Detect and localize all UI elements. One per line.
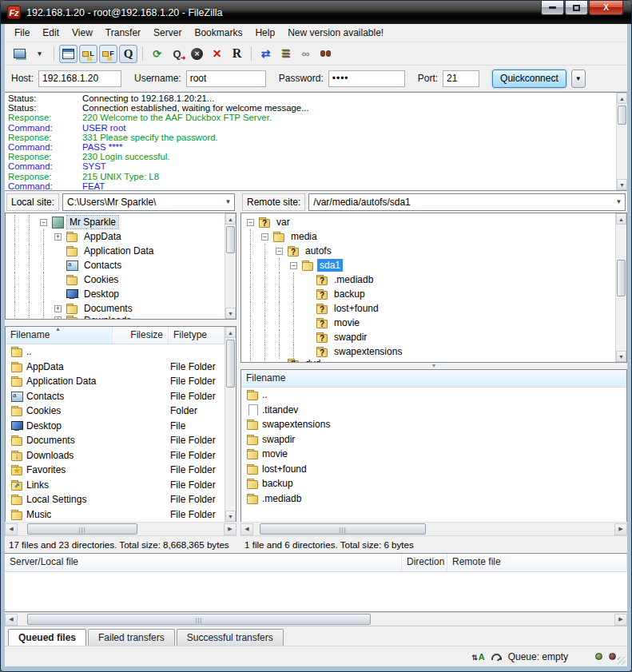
scroll-up-icon[interactable]: ▲ (617, 93, 627, 104)
remote-tree-item-swapextensions[interactable]: ?swapextensions (243, 344, 626, 359)
maximize-button[interactable] (565, 1, 588, 15)
filter-button[interactable]: ☰ (276, 45, 295, 63)
tab-successful-transfers[interactable]: Successful transfers (177, 629, 284, 646)
scroll-down-icon[interactable]: ▼ (225, 308, 236, 319)
local-file-row[interactable]: AppDataFile Folder (6, 360, 236, 375)
chevron-down-icon[interactable]: ▼ (613, 194, 625, 210)
local-site-combobox[interactable]: C:\Users\Mr Sparkle\ ▼ (62, 193, 235, 211)
scroll-left-icon[interactable]: ◀ (5, 614, 18, 626)
scroll-right-icon[interactable]: ▶ (614, 523, 627, 535)
local-hscrollbar[interactable]: ◀ ||| ▶ (5, 522, 237, 535)
menu-item-server[interactable]: Server (147, 26, 188, 40)
scrollbar-thumb[interactable] (618, 105, 626, 125)
local-tree-scrollbar[interactable]: ▲ ▼ (225, 213, 236, 319)
local-file-row[interactable]: CookiesFolder (6, 404, 236, 419)
tree-expander-minus-icon[interactable]: − (247, 219, 254, 226)
local-file-row[interactable]: Local SettingsFile Folder (6, 492, 236, 507)
speed-limit-icon[interactable] (491, 654, 502, 660)
menu-item-bookmarks[interactable]: Bookmarks (188, 26, 248, 40)
remote-file-row[interactable]: .. (241, 388, 626, 403)
menu-item-edit[interactable]: Edit (36, 26, 66, 40)
password-input[interactable] (328, 70, 405, 87)
scroll-up-icon[interactable]: ▲ (225, 213, 236, 225)
site-manager-dropdown-button[interactable]: ▾ (30, 45, 49, 63)
column-header-remote-file[interactable]: Remote file (447, 554, 627, 571)
menu-item-help[interactable]: Help (248, 26, 281, 40)
remote-file-row[interactable]: movie (241, 447, 626, 462)
scrollbar-thumb[interactable] (617, 260, 626, 296)
scroll-up-icon[interactable]: ▲ (225, 327, 236, 338)
local-file-row[interactable]: DesktopFile (6, 419, 236, 434)
queue-hscrollbar[interactable]: ◀ ||| ▶ (5, 612, 627, 626)
local-list-scrollbar[interactable]: ▲ ▼ (225, 327, 236, 522)
remote-tree-item-backup[interactable]: ?backup (243, 287, 626, 301)
username-input[interactable] (186, 70, 266, 87)
remote-tree-item-mediadb[interactable]: ?.mediadb (243, 272, 626, 287)
scroll-down-icon[interactable]: ▼ (616, 351, 626, 362)
chevron-down-icon[interactable]: ▼ (222, 194, 234, 210)
tree-expander-plus-icon[interactable]: + (54, 233, 62, 241)
remote-tree-scrollbar[interactable]: ▲ ▼ (615, 213, 626, 362)
quickconnect-button[interactable]: Quickconnect (492, 70, 566, 88)
local-file-row[interactable]: .. (6, 344, 236, 360)
column-header-filesize[interactable]: Filesize (113, 327, 169, 344)
scroll-down-icon[interactable]: ▼ (225, 511, 236, 522)
tree-expander-minus-icon[interactable]: − (40, 219, 47, 226)
scrollbar-thumb[interactable]: ||| (260, 523, 426, 535)
resize-grip[interactable] (618, 657, 626, 665)
scroll-left-icon[interactable]: ◀ (5, 523, 18, 535)
scroll-down-icon[interactable]: ▼ (617, 179, 627, 190)
port-input[interactable] (443, 70, 479, 87)
scrollbar-thumb[interactable]: ||| (27, 523, 137, 535)
remote-tree-item-media[interactable]: −media (243, 229, 626, 244)
cancel-button[interactable]: ✕ (188, 45, 206, 63)
remote-tree-item-movie[interactable]: ?movie (243, 316, 626, 330)
transfer-type-icon[interactable]: A (471, 652, 485, 662)
column-header-server-local-file[interactable]: Server/Local file (5, 554, 402, 571)
local-file-row[interactable]: DocumentsFile Folder (6, 433, 236, 448)
local-file-row[interactable]: ⇗LinksFile Folder (6, 478, 236, 493)
refresh-button[interactable]: ⟳ (148, 45, 166, 63)
local-file-row[interactable]: Application DataFile Folder (6, 374, 236, 389)
title-bar[interactable]: Fz 192.168.1.20 - root@192.168.1.20 - Fi… (1, 1, 631, 24)
local-tree-item-application-data[interactable]: Application Data (7, 244, 236, 258)
tab-queued-files[interactable]: Queued files (8, 629, 86, 646)
directory-comparison-button[interactable]: ⇄ (256, 45, 275, 63)
tree-expander-plus-icon[interactable]: + (54, 305, 62, 312)
local-tree-item-appdata[interactable]: +AppData (7, 229, 236, 244)
scroll-left-icon[interactable]: ◀ (240, 523, 253, 535)
local-file-row[interactable]: ★FavoritesFile Folder (6, 463, 236, 478)
column-header-filename[interactable]: Filename (241, 370, 626, 387)
local-file-row[interactable]: ↓DownloadsFile Folder (6, 448, 236, 463)
tree-expander-minus-icon[interactable]: − (290, 262, 297, 269)
site-manager-button[interactable] (10, 45, 29, 63)
menu-item-file[interactable]: File (8, 26, 36, 40)
synchronized-browsing-button[interactable]: ∞ (296, 45, 315, 63)
scroll-right-icon[interactable]: ▶ (614, 614, 627, 626)
local-tree-item-mr-sparkle[interactable]: −Mr Sparkle (7, 215, 236, 229)
process-queue-button[interactable]: Q (168, 45, 186, 63)
remote-file-row[interactable]: lost+found (241, 462, 626, 477)
column-header-filetype[interactable]: Filetype (169, 327, 225, 344)
search-button[interactable] (316, 45, 335, 63)
tab-failed-transfers[interactable]: Failed transfers (88, 629, 175, 646)
reconnect-button[interactable]: R (228, 45, 246, 63)
local-file-row[interactable]: ContactsFile Folder (6, 389, 236, 404)
remote-hscrollbar[interactable]: ◀ ||| ▶ (240, 522, 627, 535)
menu-item-view[interactable]: View (66, 26, 99, 40)
tree-expander-minus-icon[interactable]: − (276, 248, 283, 255)
local-splitter[interactable] (5, 320, 237, 326)
log-scrollbar[interactable]: ▲ ▼ (616, 93, 627, 190)
minimize-button[interactable] (541, 1, 564, 15)
new-version-notice[interactable]: New version available! (281, 26, 390, 40)
column-header-filename[interactable]: Filename▲ (6, 327, 113, 344)
remote-file-row[interactable]: swapextensions (241, 417, 626, 432)
toggle-message-log-button[interactable] (59, 45, 78, 63)
scrollbar-thumb[interactable] (226, 340, 235, 388)
remote-tree-item-sda1[interactable]: −sda1 (243, 258, 626, 272)
local-tree-item-desktop[interactable]: Desktop (7, 287, 236, 301)
toggle-remote-tree-button[interactable]: F (99, 45, 117, 63)
scroll-up-icon[interactable]: ▲ (616, 213, 626, 225)
scrollbar-thumb[interactable] (226, 226, 235, 253)
close-button[interactable]: X (589, 1, 623, 15)
